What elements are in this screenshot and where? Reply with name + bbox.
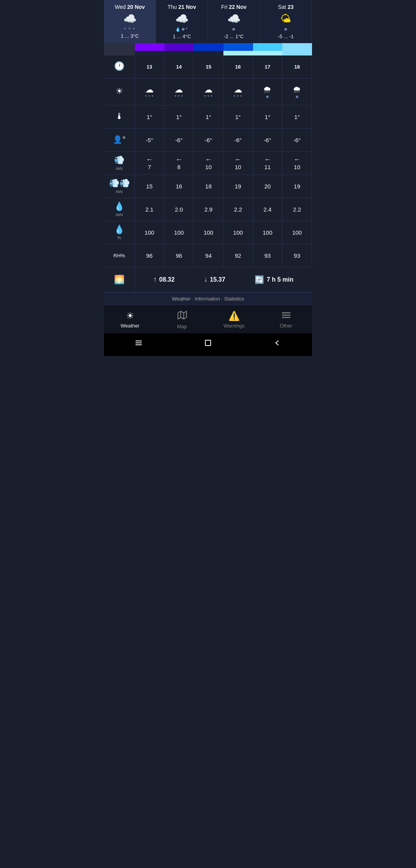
color-bar-2 [104,51,312,55]
feels-h3: -6° [223,129,253,152]
wind-row: 💨 m/s ← 7 ← 8 ← 10 ← 10 ← 11 ← 10 [104,152,312,175]
hour-col-0: 13 [135,55,164,79]
daylight-duration: 7 h 5 min [267,276,293,283]
thermometer-icon: 🌡 [115,111,124,121]
hour-col-4: 17 [253,55,283,79]
gust-h3: 19 [223,175,253,198]
precip-pct-icon-cell: 💧 % [104,221,135,244]
clock-icon-cell: 🕐 [104,55,135,79]
day-col-sat[interactable]: Sat 23 🌤 ❄ -5 ... -1 [260,0,312,43]
precip-mm-icon-cell: 💧 mm [104,198,135,221]
day-col-fri[interactable]: Fri 22 Nov ☁️ ❄ -2 ... 1°C [208,0,260,43]
system-nav-bar [104,333,312,356]
temp-h5: 1° [282,106,312,129]
nav-warnings-label: Warnings [223,323,244,329]
sun-condition-icon-cell: ☀ [104,79,135,106]
feels-h4: -6° [253,129,283,152]
clock-icon: 🕐 [114,61,124,71]
gust-h4: 20 [253,175,283,198]
colorbar-seg-5 [253,43,283,51]
nav-map-label: Map [177,324,187,329]
sun-icon: ☀ [116,86,123,96]
rh-label: RH% [113,253,125,259]
colorbar2-seg-1 [135,51,164,55]
nav-map[interactable]: Map [156,308,208,332]
temp-h1: 1° [164,106,194,129]
weather-icon-h4: 🌨 ❄ [253,79,283,106]
temperature-row: 🌡 1° 1° 1° 1° 1° 1° [104,106,312,129]
humid-h4: 93 [253,244,283,267]
precip-pct-h0: 100 [135,221,164,244]
color-bar [104,43,312,51]
colorbar-seg-1 [135,43,164,51]
precip-mm-h1: 2.0 [164,198,194,221]
wind-h2: ← 10 [194,152,223,175]
hour-col-5: 18 [282,55,312,79]
weather-icon-h0: ☁ * * * [135,79,164,106]
wind-gust-icon: 💨💨 [109,178,130,188]
weather-icon-h3: ☁ * * * [223,79,253,106]
wind-h5: ← 10 [282,152,312,175]
precip-pct-h4: 100 [253,221,283,244]
wind-gust-icon-cell: 💨💨 m/s [104,175,135,198]
warnings-nav-icon: ⚠️ [228,311,240,321]
thermometer-icon-cell: 🌡 [104,106,135,129]
humid-h3: 92 [223,244,253,267]
weather-icon-thu: ☁️ [158,12,206,25]
precip-pct-h2: 100 [194,221,223,244]
colorbar2-seg-3 [194,51,223,55]
colorbar-seg-3 [194,43,223,51]
svg-marker-0 [178,311,186,319]
humidity-icon-cell: RH% [104,244,135,267]
day-col-wed[interactable]: Wed 20 Nov ☁️ * * * 1 ... 3°C [104,0,156,43]
other-nav-icon [282,311,291,321]
sunset-arrow: ↓ [204,275,208,284]
feels-h5: -6° [282,129,312,152]
nav-weather[interactable]: ☀ Weather [104,308,156,332]
sunrise-time: 08.32 [159,276,174,283]
weather-icon-wed: ☁️ [106,12,154,25]
precip-pct-h5: 100 [282,221,312,244]
hours-row: 🕐 13 14 15 16 17 18 [104,55,312,79]
precip-pct-h3: 100 [223,221,253,244]
humidity-row: RH% 96 96 94 92 93 93 [104,244,312,267]
colorbar2-spacer [104,51,135,55]
wind-icon: 💨 [114,155,124,165]
sunrise-row: 🌅 ↑ 08.32 ↓ 15.37 🔄 7 h 5 min [104,267,312,292]
colorbar2-seg-4 [223,51,253,55]
nav-warnings[interactable]: ⚠️ Warnings [208,308,260,332]
colorbar-seg-6 [282,43,312,51]
wind-h4: ← 11 [253,152,283,175]
nav-other-label: Other [280,323,292,329]
temp-h4: 1° [253,106,283,129]
humid-h1: 96 [164,244,194,267]
svg-rect-9 [205,340,211,346]
home-button[interactable] [196,337,220,351]
wind-icon-cell: 💨 m/s [104,152,135,175]
precip-mm-h5: 2.2 [282,198,312,221]
person-wind-icon: 👤° [113,135,126,144]
back-button[interactable] [265,337,289,351]
nav-weather-label: Weather [121,323,139,329]
sunrise-data: ↑ 08.32 ↓ 15.37 🔄 7 h 5 min [135,267,312,292]
weather-icon-sat: 🌤 [262,12,310,25]
precip-mm-h0: 2.1 [135,198,164,221]
bottom-nav: ☀ Weather Map ⚠️ Warnings Other [104,305,312,333]
day-col-thu[interactable]: Thu 21 Nov ☁️ 💧❄* 1 ... 4°C [156,0,208,43]
wind-h1: ← 8 [164,152,194,175]
raindrop-icon: 💧 [114,201,124,212]
humid-h0: 96 [135,244,164,267]
recent-apps-button[interactable] [127,337,151,351]
gust-h0: 15 [135,175,164,198]
precip-mm-h2: 2.9 [194,198,223,221]
weather-nav-icon: ☀ [126,311,134,321]
day-header-row: Wed 20 Nov ☁️ * * * 1 ... 3°C Thu 21 Nov… [104,0,312,43]
nav-other[interactable]: Other [260,308,312,332]
feels-h1: -6° [164,129,194,152]
feels-like-row: 👤° -5° -6° -6° -6° -6° -6° [104,129,312,152]
map-nav-icon [178,311,187,322]
weather-icon-h2: ☁ * * * [194,79,223,106]
colorbar2-seg-6 [282,51,312,55]
sunrise-arrow: ↑ [153,275,157,284]
colorbar-seg-2 [164,43,194,51]
